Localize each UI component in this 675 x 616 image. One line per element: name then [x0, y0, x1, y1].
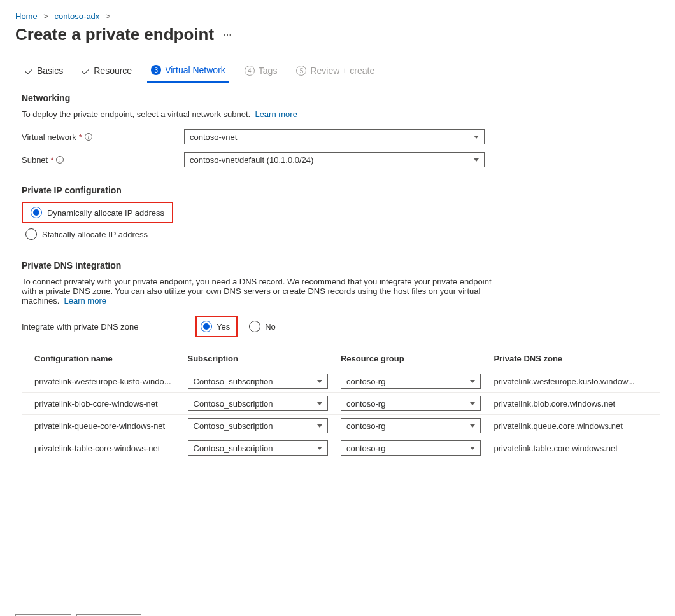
vnet-label: Virtual network * — [22, 132, 184, 142]
more-actions-icon[interactable]: ⋯ — [223, 30, 233, 40]
resource-group-dropdown[interactable]: contoso-rg — [341, 418, 481, 433]
dropdown-value: contoso-rg — [346, 377, 385, 386]
section-heading-ipconfig: Private IP configuration — [22, 185, 660, 195]
dns-zone-cell: privatelink.blob.core.windows.net — [487, 393, 660, 415]
chevron-down-icon — [317, 402, 322, 405]
table-header-config: Configuration name — [22, 349, 181, 370]
dropdown-value: contoso-vnet — [190, 132, 237, 142]
subnet-label: Subnet * — [22, 155, 184, 165]
radio-static-ip[interactable]: Statically allocate IP address — [22, 226, 660, 242]
label-text: Virtual network — [22, 132, 76, 142]
dropdown-value: contoso-rg — [346, 444, 385, 453]
radio-label: Statically allocate IP address — [42, 230, 148, 239]
wizard-footer: < Previous Next : Tags > — [0, 606, 675, 616]
tab-label: Review + create — [310, 66, 374, 76]
chevron-down-icon — [317, 380, 322, 383]
table-row: privatelink-westeurope-kusto-windo...Con… — [22, 370, 660, 393]
breadcrumb-home[interactable]: Home — [15, 11, 38, 21]
integrate-dns-label: Integrate with private DNS zone — [22, 322, 184, 332]
chevron-down-icon — [470, 447, 475, 450]
info-icon[interactable] — [56, 156, 64, 164]
config-name-cell: privatelink-blob-core-windows-net — [22, 393, 181, 415]
chevron-right-icon: > — [102, 11, 115, 21]
networking-description: To deploy the private endpoint, select a… — [22, 109, 660, 119]
learn-more-link[interactable]: Learn more — [255, 109, 297, 119]
dropdown-value: Contoso_subscription — [194, 444, 273, 453]
tab-virtual-network[interactable]: 3 Virtual Network — [147, 60, 229, 83]
chevron-down-icon — [470, 424, 475, 428]
tab-label: Tags — [259, 66, 278, 76]
highlight-dynamic-ip: Dynamically allocate IP address — [22, 202, 173, 223]
tab-label: Resource — [94, 66, 132, 76]
chevron-down-icon — [474, 136, 479, 139]
table-row: privatelink-queue-core-windows-netContos… — [22, 415, 660, 437]
dropdown-value: contoso-rg — [346, 399, 385, 409]
learn-more-link[interactable]: Learn more — [64, 296, 106, 305]
tab-label: Virtual Network — [165, 65, 225, 75]
radio-dynamic-ip[interactable]: Dynamically allocate IP address — [27, 204, 168, 221]
radio-icon — [249, 321, 260, 332]
table-row: privatelink-blob-core-windows-netContoso… — [22, 393, 660, 415]
page-title: Create a private endpoint ⋯ — [15, 25, 660, 45]
breadcrumb: Home > contoso-adx > — [15, 11, 660, 21]
info-icon[interactable] — [85, 133, 92, 141]
table-header-resource-group: Resource group — [334, 349, 487, 370]
resource-group-dropdown[interactable]: contoso-rg — [341, 374, 481, 389]
config-name-cell: privatelink-westeurope-kusto-windo... — [22, 370, 181, 393]
radio-icon — [31, 207, 42, 218]
config-name-cell: privatelink-table-core-windows-net — [22, 437, 181, 459]
tab-tags: 4 Tags — [241, 60, 281, 83]
networking-desc-text: To deploy the private endpoint, select a… — [22, 109, 250, 119]
vnet-dropdown[interactable]: contoso-vnet — [184, 129, 485, 144]
dropdown-value: Contoso_subscription — [194, 399, 273, 409]
check-icon — [82, 66, 90, 76]
section-heading-dns: Private DNS integration — [22, 260, 660, 270]
subscription-dropdown[interactable]: Contoso_subscription — [188, 440, 328, 456]
wizard-tabs: Basics Resource 3 Virtual Network 4 Tags… — [22, 60, 660, 83]
breadcrumb-resource[interactable]: contoso-adx — [55, 11, 100, 21]
resource-group-dropdown[interactable]: contoso-rg — [341, 396, 481, 411]
dropdown-value: contoso-vnet/default (10.1.0.0/24) — [190, 155, 313, 165]
step-number-icon: 4 — [245, 66, 255, 76]
radio-dns-yes[interactable]: Yes — [197, 318, 234, 335]
highlight-dns-yes: Yes — [195, 316, 238, 337]
dns-zone-cell: privatelink.queue.core.windows.net — [487, 415, 660, 437]
subscription-dropdown[interactable]: Contoso_subscription — [188, 374, 328, 389]
tab-resource[interactable]: Resource — [78, 60, 136, 83]
chevron-right-icon: > — [39, 11, 52, 21]
radio-label: No — [265, 322, 276, 332]
tab-label: Basics — [37, 66, 63, 76]
required-indicator: * — [50, 155, 53, 165]
dns-description: To connect privately with your private e… — [22, 277, 493, 305]
radio-icon — [201, 321, 212, 332]
ip-allocation-radio-group: Dynamically allocate IP address Statical… — [22, 202, 660, 242]
config-name-cell: privatelink-queue-core-windows-net — [22, 415, 181, 437]
table-header-subscription: Subscription — [181, 349, 334, 370]
radio-label: Dynamically allocate IP address — [47, 208, 164, 218]
dns-zone-cell: privatelink.table.core.windows.net — [487, 437, 660, 459]
tab-review-create: 5 Review + create — [292, 60, 378, 83]
table-header-dns-zone: Private DNS zone — [487, 349, 660, 370]
table-row: privatelink-table-core-windows-netContos… — [22, 437, 660, 459]
chevron-down-icon — [474, 158, 479, 162]
required-indicator: * — [79, 132, 82, 142]
subnet-dropdown[interactable]: contoso-vnet/default (10.1.0.0/24) — [184, 152, 485, 167]
step-number-icon: 3 — [151, 65, 161, 75]
page-title-text: Create a private endpoint — [15, 25, 214, 45]
radio-icon — [25, 228, 37, 240]
chevron-down-icon — [317, 447, 322, 450]
radio-label: Yes — [217, 322, 230, 332]
chevron-down-icon — [470, 380, 475, 383]
subscription-dropdown[interactable]: Contoso_subscription — [188, 396, 328, 411]
resource-group-dropdown[interactable]: contoso-rg — [341, 440, 481, 456]
check-icon — [25, 66, 33, 76]
dns-zone-cell: privatelink.westeurope.kusto.window... — [487, 370, 660, 393]
dns-config-table: Configuration name Subscription Resource… — [22, 349, 660, 459]
dropdown-value: Contoso_subscription — [194, 377, 273, 386]
tab-basics[interactable]: Basics — [22, 60, 67, 83]
radio-dns-no[interactable]: No — [249, 321, 276, 332]
label-text: Subnet — [22, 155, 48, 165]
dropdown-value: contoso-rg — [346, 421, 385, 431]
subscription-dropdown[interactable]: Contoso_subscription — [188, 418, 328, 433]
section-heading-networking: Networking — [22, 93, 660, 103]
